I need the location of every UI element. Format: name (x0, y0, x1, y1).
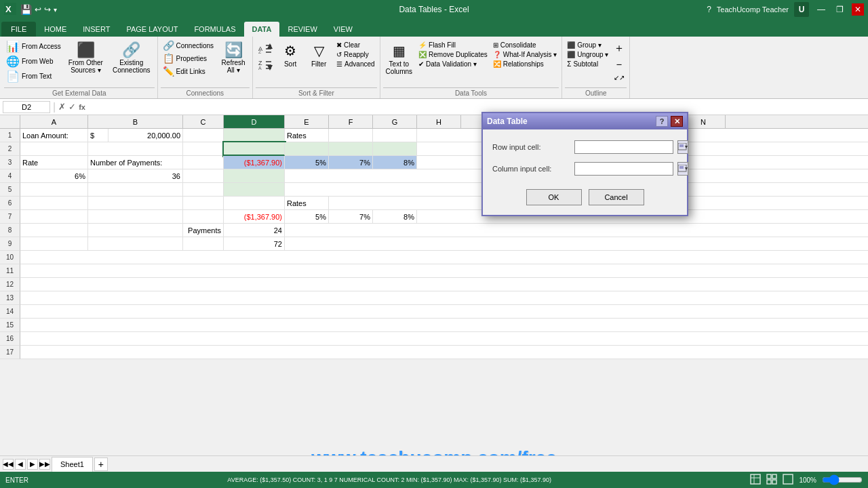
cell-D2[interactable] (224, 142, 285, 156)
save-btn[interactable]: 💾 (20, 4, 32, 15)
tab-review[interactable]: REVIEW (279, 22, 325, 37)
existing-connections-btn[interactable]: 🔗 ExistingConnections (108, 39, 155, 76)
cell-empty[interactable] (20, 346, 868, 359)
cell-A4[interactable]: 6% (20, 169, 88, 183)
cell-E6[interactable]: Rates (285, 197, 329, 210)
hide-detail-btn[interactable]: － (612, 57, 627, 73)
dialog-cancel-btn[interactable]: Cancel (589, 189, 644, 205)
group-btn[interactable]: ⬛Group ▾ (565, 41, 610, 49)
cell-D9[interactable]: 72 (224, 237, 285, 251)
refresh-all-btn[interactable]: 🔄 RefreshAll ▾ (217, 39, 250, 76)
cell-C3[interactable] (183, 156, 224, 169)
text-to-columns-btn[interactable]: ▦ Text toColumns (383, 39, 415, 77)
cell-D6[interactable] (224, 197, 285, 210)
cell-A1[interactable]: Loan Amount: (20, 129, 88, 142)
remove-duplicates-btn[interactable]: ❎Remove Duplicates (416, 50, 490, 59)
cell-rest-9[interactable] (285, 237, 868, 251)
tab-home[interactable]: HOME (36, 22, 75, 37)
dialog-ok-btn[interactable]: OK (526, 189, 582, 205)
restore-btn[interactable]: ❐ (833, 3, 846, 16)
tab-data[interactable]: DATA (244, 22, 280, 37)
col-input-select-btn[interactable] (677, 162, 688, 176)
properties-btn[interactable]: 📋Properties (161, 52, 216, 64)
cell-empty[interactable] (20, 319, 868, 332)
tab-formulas[interactable]: FORMULAS (186, 22, 243, 37)
row-input-field[interactable] (574, 140, 673, 154)
cell-A7[interactable] (20, 210, 88, 224)
dialog-help-btn[interactable]: ? (656, 116, 668, 127)
from-web-btn[interactable]: 🌐From Web (4, 54, 63, 68)
cell-B3[interactable]: Number of Payments: (88, 156, 183, 169)
close-btn[interactable]: ✕ (852, 3, 864, 16)
name-box[interactable] (3, 101, 50, 113)
row-input-select-btn[interactable] (677, 140, 688, 154)
cell-C9[interactable] (183, 237, 224, 251)
sort-btn[interactable]: ⚙ Sort (277, 39, 303, 70)
normal-view-btn[interactable] (750, 474, 761, 486)
cell-A8[interactable] (20, 224, 88, 237)
cancel-formula-btn[interactable]: ✗ (58, 102, 66, 112)
outline-expand-btn[interactable]: ↙↗ (612, 73, 627, 82)
cell-B1-val[interactable]: 20,000.00 (108, 129, 183, 142)
reapply-btn[interactable]: ↺Reapply (334, 50, 376, 59)
layout-view-btn[interactable] (766, 474, 777, 486)
cell-D3[interactable]: ($1,367.90) (224, 156, 285, 169)
cell-G1[interactable] (373, 129, 417, 142)
tab-page-layout[interactable]: PAGE LAYOUT (118, 22, 186, 37)
add-sheet-btn[interactable]: + (94, 458, 108, 471)
cell-G3[interactable]: 8% (373, 156, 417, 169)
data-validation-btn[interactable]: ✔Data Validation ▾ (416, 60, 490, 68)
help-btn[interactable]: ? (707, 5, 711, 14)
cell-empty[interactable] (20, 291, 868, 305)
sheet-tab-sheet1[interactable]: Sheet1 (52, 457, 93, 472)
sheet-nav-left[interactable]: ◀◀ (3, 459, 14, 470)
cell-B8[interactable] (88, 224, 183, 237)
cell-B5[interactable] (88, 183, 183, 197)
cell-A6[interactable] (20, 197, 88, 210)
filter-btn[interactable]: ▽ Filter (306, 39, 332, 70)
clear-btn[interactable]: ✖Clear (334, 41, 376, 49)
cell-rest-8[interactable] (285, 224, 868, 237)
subtotal-btn[interactable]: ΣSubtotal (565, 60, 610, 68)
tab-view[interactable]: VIEW (326, 22, 361, 37)
cell-D7[interactable]: ($1,367.90) (224, 210, 285, 224)
dialog-close-btn[interactable]: ✕ (671, 116, 683, 127)
cell-C1[interactable] (183, 129, 224, 142)
col-header-D[interactable]: D (224, 115, 285, 128)
tab-file[interactable]: FILE (1, 22, 36, 37)
cell-empty[interactable] (20, 251, 868, 264)
connections-btn[interactable]: 🔗Connections (161, 39, 216, 52)
cell-F2[interactable] (329, 142, 373, 156)
ungroup-btn[interactable]: ⬛Ungroup ▾ (565, 50, 610, 59)
insert-function-btn[interactable]: fx (79, 103, 85, 111)
cell-B1[interactable]: $ (88, 129, 108, 142)
cell-G7[interactable]: 8% (373, 210, 417, 224)
data-table-dialog[interactable]: Data Table ? ✕ Row input cell: (481, 112, 688, 216)
cell-E3[interactable]: 5% (285, 156, 329, 169)
col-header-A[interactable]: A (20, 115, 88, 128)
from-text-btn[interactable]: 📄From Text (4, 69, 63, 83)
cell-C2[interactable] (183, 142, 224, 156)
cell-A3[interactable]: Rate (20, 156, 88, 169)
sort-za-btn[interactable]: Z A (256, 58, 275, 73)
tab-insert[interactable]: INSERT (75, 22, 118, 37)
customize-btn[interactable]: ▾ (54, 6, 57, 14)
sheet-nav-next[interactable]: ▶ (27, 459, 38, 470)
sheet-nav-right[interactable]: ▶▶ (39, 459, 50, 470)
cell-C5[interactable] (183, 183, 224, 197)
col-header-B[interactable]: B (88, 115, 183, 128)
cell-F3[interactable]: 7% (329, 156, 373, 169)
minimize-btn[interactable]: — (814, 3, 828, 16)
cell-F7[interactable]: 7% (329, 210, 373, 224)
col-header-H[interactable]: H (417, 115, 461, 128)
from-other-btn[interactable]: ⬛ From OtherSources ▾ (64, 39, 107, 76)
cell-B7[interactable] (88, 210, 183, 224)
cell-C7[interactable] (183, 210, 224, 224)
what-if-analysis-btn[interactable]: ❓What-If Analysis ▾ (491, 50, 559, 59)
col-header-C[interactable]: C (183, 115, 224, 128)
cell-E1[interactable]: Rates (285, 129, 329, 142)
zoom-slider[interactable] (822, 476, 863, 483)
cell-C8[interactable]: Payments (183, 224, 224, 237)
col-header-G[interactable]: G (373, 115, 417, 128)
cell-D8[interactable]: 24 (224, 224, 285, 237)
